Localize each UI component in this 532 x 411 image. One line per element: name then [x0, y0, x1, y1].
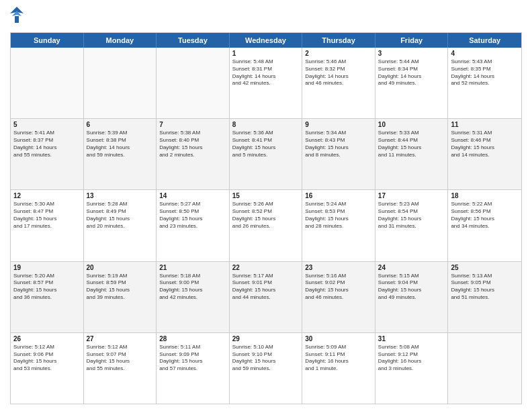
calendar-cell — [11, 48, 84, 118]
header-day: Thursday — [302, 33, 375, 48]
calendar-cell: 1Sunrise: 5:48 AM Sunset: 8:31 PM Daylig… — [230, 48, 303, 118]
day-details: Sunrise: 5:19 AM Sunset: 8:59 PM Dayligh… — [87, 273, 154, 302]
day-details: Sunrise: 5:31 AM Sunset: 8:46 PM Dayligh… — [451, 130, 519, 158]
calendar-cell: 21Sunrise: 5:18 AM Sunset: 9:00 PM Dayli… — [157, 262, 230, 332]
day-details: Sunrise: 5:26 AM Sunset: 8:52 PM Dayligh… — [232, 201, 300, 230]
header-day: Sunday — [11, 33, 84, 48]
calendar-cell: 15Sunrise: 5:26 AM Sunset: 8:52 PM Dayli… — [230, 190, 303, 261]
day-details: Sunrise: 5:22 AM Sunset: 8:56 PM Dayligh… — [451, 201, 519, 230]
day-number: 10 — [378, 121, 445, 128]
day-number: 20 — [87, 264, 154, 271]
day-number: 13 — [87, 192, 154, 199]
day-number: 26 — [13, 335, 81, 342]
calendar-cell: 20Sunrise: 5:19 AM Sunset: 8:59 PM Dayli… — [84, 262, 157, 332]
day-number: 21 — [159, 264, 226, 271]
calendar: SundayMondayTuesdayWednesdayThursdayFrid… — [10, 32, 522, 404]
day-details: Sunrise: 5:16 AM Sunset: 9:02 PM Dayligh… — [305, 273, 372, 302]
day-number: 28 — [159, 335, 226, 342]
day-number: 16 — [305, 192, 372, 199]
day-number: 11 — [451, 121, 519, 128]
calendar-cell: 8Sunrise: 5:36 AM Sunset: 8:41 PM Daylig… — [230, 119, 303, 189]
day-number: 18 — [451, 192, 519, 199]
day-number: 24 — [378, 264, 445, 271]
calendar-row: 19Sunrise: 5:20 AM Sunset: 8:57 PM Dayli… — [11, 261, 521, 332]
calendar-cell: 27Sunrise: 5:12 AM Sunset: 9:07 PM Dayli… — [84, 333, 157, 404]
calendar-cell: 29Sunrise: 5:10 AM Sunset: 9:10 PM Dayli… — [230, 333, 303, 404]
calendar-cell: 6Sunrise: 5:39 AM Sunset: 8:38 PM Daylig… — [84, 119, 157, 189]
calendar-cell: 13Sunrise: 5:28 AM Sunset: 8:49 PM Dayli… — [84, 190, 157, 261]
calendar-cell: 12Sunrise: 5:30 AM Sunset: 8:47 PM Dayli… — [11, 190, 84, 261]
calendar-cell: 10Sunrise: 5:33 AM Sunset: 8:44 PM Dayli… — [375, 119, 449, 189]
day-number: 1 — [232, 50, 300, 57]
calendar-cell: 4Sunrise: 5:43 AM Sunset: 8:35 PM Daylig… — [448, 48, 521, 118]
calendar-row: 26Sunrise: 5:12 AM Sunset: 9:06 PM Dayli… — [11, 332, 521, 404]
day-details: Sunrise: 5:30 AM Sunset: 8:47 PM Dayligh… — [13, 201, 81, 230]
calendar-cell: 3Sunrise: 5:44 AM Sunset: 8:34 PM Daylig… — [375, 48, 449, 118]
day-details: Sunrise: 5:13 AM Sunset: 9:05 PM Dayligh… — [451, 273, 519, 302]
day-details: Sunrise: 5:11 AM Sunset: 9:09 PM Dayligh… — [159, 344, 226, 373]
calendar-row: 1Sunrise: 5:48 AM Sunset: 8:31 PM Daylig… — [11, 48, 521, 118]
day-details: Sunrise: 5:43 AM Sunset: 8:35 PM Dayligh… — [451, 58, 519, 87]
day-details: Sunrise: 5:34 AM Sunset: 8:43 PM Dayligh… — [305, 130, 372, 158]
day-number: 23 — [305, 264, 372, 271]
day-details: Sunrise: 5:10 AM Sunset: 9:10 PM Dayligh… — [232, 344, 300, 373]
calendar-row: 5Sunrise: 5:41 AM Sunset: 8:37 PM Daylig… — [11, 118, 521, 189]
calendar-cell: 2Sunrise: 5:46 AM Sunset: 8:32 PM Daylig… — [302, 48, 375, 118]
calendar-cell: 7Sunrise: 5:38 AM Sunset: 8:40 PM Daylig… — [157, 119, 230, 189]
calendar-cell: 31Sunrise: 5:08 AM Sunset: 9:12 PM Dayli… — [375, 333, 449, 404]
day-details: Sunrise: 5:33 AM Sunset: 8:44 PM Dayligh… — [378, 130, 445, 158]
svg-rect-2 — [15, 16, 19, 23]
day-number: 14 — [159, 192, 226, 199]
day-number: 22 — [232, 264, 300, 271]
day-number: 8 — [232, 121, 300, 128]
day-number: 5 — [13, 121, 81, 128]
calendar-cell — [448, 333, 521, 404]
day-details: Sunrise: 5:20 AM Sunset: 8:57 PM Dayligh… — [13, 273, 81, 302]
calendar-cell: 14Sunrise: 5:27 AM Sunset: 8:50 PM Dayli… — [157, 190, 230, 261]
day-number: 4 — [451, 50, 519, 57]
day-details: Sunrise: 5:41 AM Sunset: 8:37 PM Dayligh… — [13, 130, 81, 158]
calendar-cell: 26Sunrise: 5:12 AM Sunset: 9:06 PM Dayli… — [11, 333, 84, 404]
day-details: Sunrise: 5:39 AM Sunset: 8:38 PM Dayligh… — [87, 130, 154, 158]
day-details: Sunrise: 5:24 AM Sunset: 8:53 PM Dayligh… — [305, 201, 372, 230]
day-number: 6 — [87, 121, 154, 128]
day-number: 7 — [159, 121, 226, 128]
calendar-cell: 17Sunrise: 5:23 AM Sunset: 8:54 PM Dayli… — [375, 190, 449, 261]
calendar-header: SundayMondayTuesdayWednesdayThursdayFrid… — [11, 33, 521, 48]
calendar-cell: 23Sunrise: 5:16 AM Sunset: 9:02 PM Dayli… — [302, 262, 375, 332]
day-details: Sunrise: 5:28 AM Sunset: 8:49 PM Dayligh… — [87, 201, 154, 230]
calendar-cell: 11Sunrise: 5:31 AM Sunset: 8:46 PM Dayli… — [448, 119, 521, 189]
calendar-cell: 18Sunrise: 5:22 AM Sunset: 8:56 PM Dayli… — [448, 190, 521, 261]
calendar-cell: 9Sunrise: 5:34 AM Sunset: 8:43 PM Daylig… — [302, 119, 375, 189]
day-number: 31 — [378, 335, 445, 342]
day-number: 15 — [232, 192, 300, 199]
header-day: Tuesday — [157, 33, 230, 48]
page: SundayMondayTuesdayWednesdayThursdayFrid… — [0, 0, 532, 411]
calendar-cell: 5Sunrise: 5:41 AM Sunset: 8:37 PM Daylig… — [11, 119, 84, 189]
header-day: Wednesday — [230, 33, 303, 48]
calendar-cell — [157, 48, 230, 118]
day-details: Sunrise: 5:17 AM Sunset: 9:01 PM Dayligh… — [232, 273, 300, 302]
day-number: 3 — [378, 50, 445, 57]
day-number: 12 — [13, 192, 81, 199]
day-number: 9 — [305, 121, 372, 128]
header-day: Saturday — [448, 33, 521, 48]
day-details: Sunrise: 5:46 AM Sunset: 8:32 PM Dayligh… — [305, 58, 372, 87]
day-details: Sunrise: 5:27 AM Sunset: 8:50 PM Dayligh… — [159, 201, 226, 230]
day-details: Sunrise: 5:36 AM Sunset: 8:41 PM Dayligh… — [232, 130, 300, 158]
day-number: 2 — [305, 50, 372, 57]
calendar-cell — [84, 48, 157, 118]
calendar-cell: 30Sunrise: 5:09 AM Sunset: 9:11 PM Dayli… — [302, 333, 375, 404]
calendar-cell: 25Sunrise: 5:13 AM Sunset: 9:05 PM Dayli… — [448, 262, 521, 332]
calendar-cell: 22Sunrise: 5:17 AM Sunset: 9:01 PM Dayli… — [230, 262, 303, 332]
day-details: Sunrise: 5:18 AM Sunset: 9:00 PM Dayligh… — [159, 273, 226, 302]
day-number: 17 — [378, 192, 445, 199]
header-day: Monday — [84, 33, 157, 48]
day-number: 19 — [13, 264, 81, 271]
day-details: Sunrise: 5:44 AM Sunset: 8:34 PM Dayligh… — [378, 58, 445, 87]
day-number: 25 — [451, 264, 519, 271]
day-number: 30 — [305, 335, 372, 342]
calendar-body: 1Sunrise: 5:48 AM Sunset: 8:31 PM Daylig… — [11, 48, 521, 404]
day-details: Sunrise: 5:12 AM Sunset: 9:07 PM Dayligh… — [87, 344, 154, 373]
day-number: 27 — [87, 335, 154, 342]
